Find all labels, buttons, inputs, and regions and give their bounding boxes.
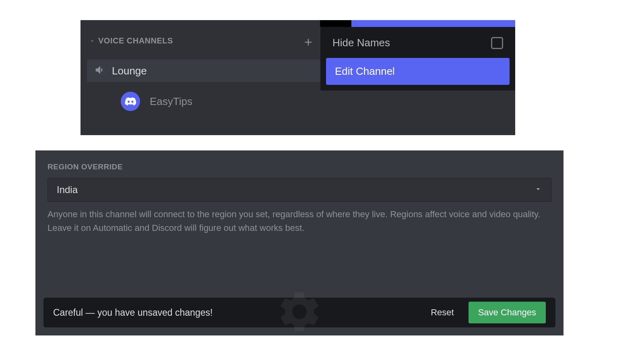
channel-context-menu: Hide Names Edit Channel: [320, 27, 515, 90]
settings-panel: REGION OVERRIDE India Anyone in this cha…: [35, 150, 564, 335]
menu-item-edit-channel[interactable]: Edit Channel: [326, 58, 510, 85]
chevron-down-icon: [89, 38, 95, 44]
sidebar-panel: VOICE CHANNELS + Lounge EasyTips Hide Na…: [80, 20, 515, 135]
region-override-heading: REGION OVERRIDE: [47, 162, 551, 171]
voice-channels-category-header[interactable]: VOICE CHANNELS: [89, 36, 173, 45]
save-changes-button[interactable]: Save Changes: [469, 302, 546, 323]
gear-icon: [275, 288, 324, 337]
avatar: [121, 92, 140, 111]
voice-user-row[interactable]: EasyTips: [121, 92, 192, 111]
add-channel-button[interactable]: +: [304, 34, 312, 50]
region-help-text: Anyone in this channel will connect to t…: [47, 208, 551, 235]
reset-button[interactable]: Reset: [424, 302, 460, 323]
region-override-select[interactable]: India: [47, 178, 551, 202]
voice-channel-lounge[interactable]: Lounge: [87, 60, 320, 82]
speaker-icon: [94, 64, 106, 78]
plus-icon: +: [304, 34, 312, 49]
black-notch: [320, 20, 351, 27]
edit-channel-label: Edit Channel: [335, 65, 395, 77]
discord-logo-icon: [125, 97, 136, 105]
unsaved-warning-text: Careful — you have unsaved changes!: [53, 307, 213, 318]
checkbox-icon[interactable]: [491, 37, 503, 49]
unsaved-changes-bar: Careful — you have unsaved changes! Rese…: [43, 298, 555, 327]
region-select-value: India: [57, 184, 78, 195]
user-name-label: EasyTips: [150, 95, 192, 108]
accent-bar: [350, 20, 515, 27]
chevron-down-icon: [534, 185, 542, 195]
channel-name-label: Lounge: [112, 65, 147, 77]
unsaved-actions: Reset Save Changes: [424, 302, 546, 323]
hide-names-label: Hide Names: [332, 37, 390, 49]
menu-item-hide-names[interactable]: Hide Names: [324, 30, 512, 58]
category-label: VOICE CHANNELS: [98, 36, 173, 45]
